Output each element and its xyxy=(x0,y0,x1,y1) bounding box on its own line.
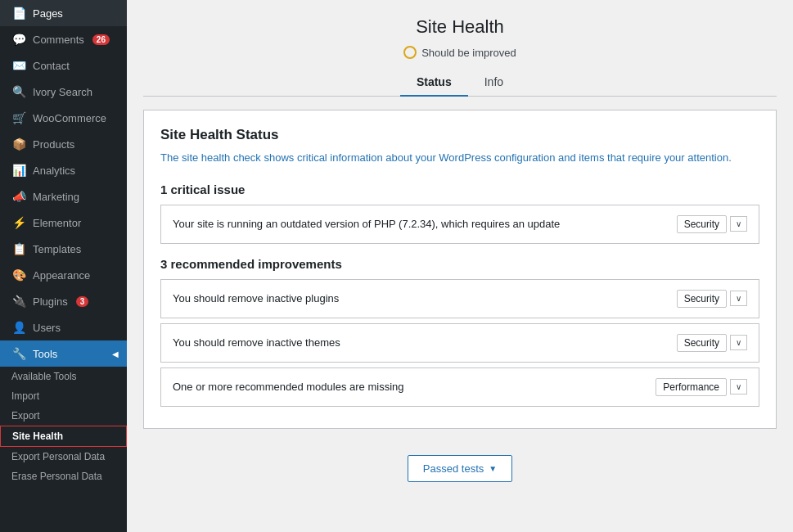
recommended-heading: 3 recommended improvements xyxy=(160,257,759,271)
sidebar-item-woocommerce[interactable]: 🛒WooCommerce xyxy=(0,105,127,131)
issue-text: You should remove inactive plugins xyxy=(173,292,677,304)
recommended-issues-list: You should remove inactive pluginsSecuri… xyxy=(160,279,759,407)
sidebar-item-pages[interactable]: 📄Pages xyxy=(0,0,127,26)
sidebar-item-products[interactable]: 📦Products xyxy=(0,131,127,157)
status-circle-icon xyxy=(403,46,417,59)
chevron-down-icon: ∨ xyxy=(736,219,741,228)
sidebar-item-label-products: Products xyxy=(33,138,74,151)
issue-expand-button[interactable]: ∨ xyxy=(730,379,747,394)
issue-row: You should remove inactive themesSecurit… xyxy=(160,323,759,363)
chevron-down-icon: ∨ xyxy=(736,338,741,347)
appearance-icon: 🎨 xyxy=(11,268,26,282)
page-title: Site Health xyxy=(143,16,777,38)
issue-expand-button[interactable]: ∨ xyxy=(730,291,747,306)
chevron-down-icon: ∨ xyxy=(736,382,741,391)
products-icon: 📦 xyxy=(11,137,26,151)
tools-icon: 🔧 xyxy=(11,346,26,361)
sidebar-item-label-contact: Contact xyxy=(33,60,70,72)
page-header: Site Health Should be improved xyxy=(127,0,793,69)
issue-right: Performance∨ xyxy=(656,378,747,396)
status-text: Should be improved xyxy=(421,47,516,59)
marketing-icon: 📣 xyxy=(11,189,26,204)
main-content: Site Health Should be improved StatusInf… xyxy=(127,0,793,532)
issue-text: One or more recommended modules are miss… xyxy=(173,381,656,393)
templates-icon: 📋 xyxy=(11,241,26,256)
sidebar-item-label-comments: Comments xyxy=(33,34,84,46)
submenu-item-export[interactable]: Export xyxy=(0,406,127,426)
issue-tag-badge: Security xyxy=(677,334,727,352)
plugins-icon: 🔌 xyxy=(11,294,26,309)
submenu-item-export-personal-data[interactable]: Export Personal Data xyxy=(0,447,127,467)
badge-comments: 26 xyxy=(92,34,110,45)
users-icon: 👤 xyxy=(11,320,26,335)
issue-right: Security∨ xyxy=(677,334,747,352)
sidebar-item-comments[interactable]: 💬Comments26 xyxy=(0,26,127,52)
submenu-item-erase-personal-data[interactable]: Erase Personal Data xyxy=(0,467,127,486)
issue-tag-badge: Performance xyxy=(656,378,727,396)
issue-text: Your site is running an outdated version… xyxy=(173,218,677,230)
chevron-down-icon: ∨ xyxy=(736,294,741,303)
sidebar-item-label-marketing: Marketing xyxy=(33,191,79,203)
submenu-item-site-health[interactable]: Site Health xyxy=(0,426,127,447)
analytics-icon: 📊 xyxy=(11,163,26,178)
critical-issues-list: Your site is running an outdated version… xyxy=(160,205,759,244)
issue-tag-badge: Security xyxy=(677,215,727,233)
issue-text: You should remove inactive themes xyxy=(173,336,677,349)
tab-status[interactable]: Status xyxy=(400,69,468,97)
sidebar-item-appearance[interactable]: 🎨Appearance xyxy=(0,262,127,288)
sidebar-item-ivory-search[interactable]: 🔍Ivory Search xyxy=(0,79,127,105)
sidebar-item-templates[interactable]: 📋Templates xyxy=(0,236,127,262)
sidebar-item-label-elementor: Elementor xyxy=(33,217,81,229)
sidebar-item-elementor[interactable]: ⚡Elementor xyxy=(0,210,127,236)
pages-icon: 📄 xyxy=(11,6,26,20)
sidebar-item-label-woocommerce: WooCommerce xyxy=(33,112,106,124)
badge-plugins: 3 xyxy=(76,296,89,307)
issue-row: You should remove inactive pluginsSecuri… xyxy=(160,279,759,318)
woocommerce-icon: 🛒 xyxy=(11,110,26,125)
sidebar-item-label-pages: Pages xyxy=(33,7,63,20)
status-indicator: Should be improved xyxy=(403,46,516,59)
sidebar-item-label-analytics: Analytics xyxy=(33,165,75,177)
sidebar-item-plugins[interactable]: 🔌Plugins3 xyxy=(0,288,127,314)
sidebar: 📄Pages💬Comments26✉️Contact🔍Ivory Search🛒… xyxy=(0,0,127,532)
sidebar-item-marketing[interactable]: 📣Marketing xyxy=(0,183,127,210)
sidebar-item-label-plugins: Plugins xyxy=(33,295,68,308)
comments-icon: 💬 xyxy=(11,32,26,47)
sidebar-item-analytics[interactable]: 📊Analytics xyxy=(0,157,127,183)
sidebar-item-label-tools: Tools xyxy=(33,348,57,360)
sidebar-item-users[interactable]: 👤Users xyxy=(0,314,127,340)
tab-info[interactable]: Info xyxy=(468,69,520,97)
tools-collapse-arrow-icon: ◀ xyxy=(112,349,119,358)
submenu-item-import[interactable]: Import xyxy=(0,386,127,406)
critical-heading: 1 critical issue xyxy=(160,183,759,196)
passed-tests-label: Passed tests xyxy=(423,462,484,475)
passed-tests-container: Passed tests ▼ xyxy=(143,442,777,489)
section-title: Site Health Status xyxy=(160,127,759,143)
passed-tests-button[interactable]: Passed tests ▼ xyxy=(408,455,512,482)
sidebar-item-label-appearance: Appearance xyxy=(33,269,90,282)
sidebar-item-contact[interactable]: ✉️Contact xyxy=(0,52,127,79)
issue-tag-badge: Security xyxy=(677,290,727,308)
issue-expand-button[interactable]: ∨ xyxy=(730,335,747,350)
sidebar-item-tools[interactable]: 🔧Tools◀ xyxy=(0,340,127,367)
issue-row: One or more recommended modules are miss… xyxy=(160,367,759,407)
chevron-down-icon: ▼ xyxy=(489,464,497,473)
sidebar-item-label-ivory-search: Ivory Search xyxy=(33,86,92,98)
elementor-icon: ⚡ xyxy=(11,215,26,230)
issue-right: Security∨ xyxy=(677,215,747,233)
sidebar-item-label-users: Users xyxy=(33,322,61,334)
ivory-search-icon: 🔍 xyxy=(11,84,26,99)
issue-expand-button[interactable]: ∨ xyxy=(730,216,747,232)
content-area: Site Health Status The site health check… xyxy=(143,110,777,429)
issue-row: Your site is running an outdated version… xyxy=(160,205,759,244)
tab-bar: StatusInfo xyxy=(143,69,777,97)
section-desc: The site health check shows critical inf… xyxy=(160,150,759,166)
issue-right: Security∨ xyxy=(677,290,747,308)
contact-icon: ✉️ xyxy=(11,58,26,73)
sidebar-item-label-templates: Templates xyxy=(33,243,81,255)
submenu-item-available-tools[interactable]: Available Tools xyxy=(0,367,127,386)
